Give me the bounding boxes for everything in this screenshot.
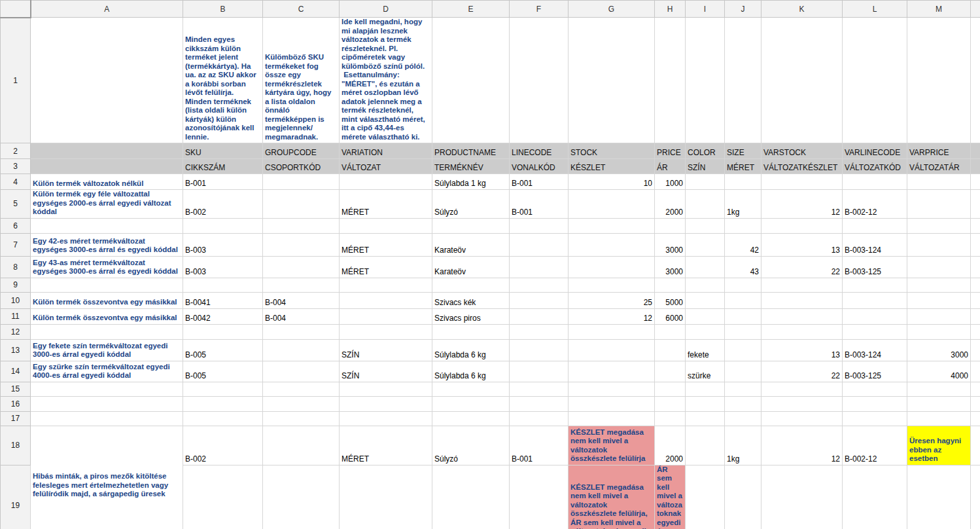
cell-N15-partial[interactable] — [971, 382, 980, 396]
cell-L10[interactable] — [843, 292, 907, 308]
cell-N1-partial[interactable] — [971, 18, 980, 143]
cell-E7[interactable]: Karateöv — [432, 233, 510, 256]
row-header-1[interactable]: 1 — [1, 18, 31, 143]
cell-M19[interactable]: 3000 — [907, 465, 971, 529]
cell-C6[interactable] — [263, 218, 340, 233]
row-header-7[interactable]: 7 — [1, 233, 31, 256]
cell-K1[interactable] — [761, 18, 843, 143]
cell-I2[interactable]: COLOR — [686, 143, 725, 159]
cell-L6[interactable] — [843, 218, 907, 233]
cell-G2[interactable]: STOCK — [569, 143, 655, 159]
cell-D16[interactable] — [340, 396, 432, 411]
cell-J2[interactable]: SIZE — [725, 143, 761, 159]
cell-H19[interactable]: ÁR sem kell mivel a változatoknak egyedi… — [655, 465, 686, 529]
cell-D2[interactable]: VARIATION — [340, 143, 432, 159]
cell-D6[interactable] — [340, 218, 432, 233]
cell-I12[interactable] — [686, 324, 725, 339]
cell-H8[interactable]: 3000 — [655, 256, 686, 278]
cell-E15[interactable] — [432, 382, 510, 396]
cell-F3[interactable]: VONALKÓD — [510, 159, 569, 174]
cell-H9[interactable] — [655, 278, 686, 292]
cell-K10[interactable] — [761, 292, 843, 308]
cell-I19[interactable]: fekete — [686, 465, 725, 529]
cell-F19[interactable] — [510, 465, 569, 529]
cell-H18[interactable]: 2000 — [655, 426, 686, 465]
col-header-L[interactable]: L — [843, 1, 907, 18]
cell-M10[interactable] — [907, 292, 971, 308]
cell-B2[interactable]: SKU — [183, 143, 263, 159]
cell-M4[interactable] — [907, 174, 971, 190]
cell-A7[interactable]: Egy 42-es méret termékváltozat egységes … — [31, 233, 183, 256]
cell-F14[interactable] — [510, 361, 569, 382]
cell-D15[interactable] — [340, 382, 432, 396]
cell-L18[interactable]: B-002-12 — [843, 426, 907, 465]
cell-A5[interactable]: Külön termék egy féle változattal egység… — [31, 190, 183, 219]
cell-G10[interactable]: 25 — [569, 292, 655, 308]
cell-F12[interactable] — [510, 324, 569, 339]
cell-L3[interactable]: VÁLTOZATKÓD — [843, 159, 907, 174]
cell-G19[interactable]: KÉSZLET megadása nem kell mivel a változ… — [569, 465, 655, 529]
cell-D19[interactable]: SZÍN — [340, 465, 432, 529]
cell-N3-partial[interactable] — [971, 159, 980, 174]
cell-H14[interactable] — [655, 361, 686, 382]
cell-K17[interactable] — [761, 411, 843, 426]
cell-H12[interactable] — [655, 324, 686, 339]
cell-J13[interactable] — [725, 339, 761, 361]
col-header-H[interactable]: H — [655, 1, 686, 18]
cell-A14[interactable]: Egy szürke szín termékváltozat egyedi 40… — [31, 361, 183, 382]
cell-A13[interactable]: Egy fekete szín termékváltozat egyedi 30… — [31, 339, 183, 361]
cell-B9[interactable] — [183, 278, 263, 292]
cell-C1[interactable]: Külömböző SKU termékeket fog össze egy t… — [263, 18, 340, 143]
cell-C16[interactable] — [263, 396, 340, 411]
cell-D9[interactable] — [340, 278, 432, 292]
cell-F13[interactable] — [510, 339, 569, 361]
cell-E16[interactable] — [432, 396, 510, 411]
cell-B19[interactable]: B-005 — [183, 465, 263, 529]
cell-H6[interactable] — [655, 218, 686, 233]
cell-K2[interactable]: VARSTOCK — [761, 143, 843, 159]
row-header-5[interactable]: 5 — [1, 190, 31, 219]
cell-C13[interactable] — [263, 339, 340, 361]
cell-A16[interactable] — [31, 396, 183, 411]
cell-J18[interactable]: 1kg — [725, 426, 761, 465]
cell-G8[interactable] — [569, 256, 655, 278]
cell-J9[interactable] — [725, 278, 761, 292]
col-header-F[interactable]: F — [510, 1, 569, 18]
cell-N14-partial[interactable] — [971, 361, 980, 382]
cell-D7[interactable]: MÉRET — [340, 233, 432, 256]
select-all-corner[interactable] — [1, 1, 31, 18]
cell-A2[interactable] — [31, 143, 183, 159]
cell-L13[interactable]: B-003-124 — [843, 339, 907, 361]
cell-J3[interactable]: MÉRET — [725, 159, 761, 174]
cell-N8-partial[interactable] — [971, 256, 980, 278]
cell-N18-partial[interactable] — [971, 426, 980, 465]
cell-J19[interactable] — [725, 465, 761, 529]
row-header-3[interactable]: 3 — [1, 159, 31, 174]
cell-J1[interactable] — [725, 18, 761, 143]
cell-J5[interactable]: 1kg — [725, 190, 761, 219]
cell-I13[interactable]: fekete — [686, 339, 725, 361]
cell-F5[interactable]: B-001 — [510, 190, 569, 219]
cell-H7[interactable]: 3000 — [655, 233, 686, 256]
cell-C9[interactable] — [263, 278, 340, 292]
cell-N5-partial[interactable] — [971, 190, 980, 219]
cell-B12[interactable] — [183, 324, 263, 339]
cell-D11[interactable] — [340, 308, 432, 324]
cell-J14[interactable] — [725, 361, 761, 382]
cell-E9[interactable] — [432, 278, 510, 292]
cell-I14[interactable]: szürke — [686, 361, 725, 382]
cell-C18[interactable] — [263, 426, 340, 465]
cell-L14[interactable]: B-003-125 — [843, 361, 907, 382]
cell-K13[interactable]: 13 — [761, 339, 843, 361]
cell-F4[interactable]: B-001 — [510, 174, 569, 190]
cell-K9[interactable] — [761, 278, 843, 292]
cell-M7[interactable] — [907, 233, 971, 256]
cell-A1[interactable] — [31, 18, 183, 143]
cell-K12[interactable] — [761, 324, 843, 339]
cell-I11[interactable] — [686, 308, 725, 324]
cell-N9-partial[interactable] — [971, 278, 980, 292]
cell-I7[interactable] — [686, 233, 725, 256]
cell-F7[interactable] — [510, 233, 569, 256]
cell-K16[interactable] — [761, 396, 843, 411]
cell-I9[interactable] — [686, 278, 725, 292]
